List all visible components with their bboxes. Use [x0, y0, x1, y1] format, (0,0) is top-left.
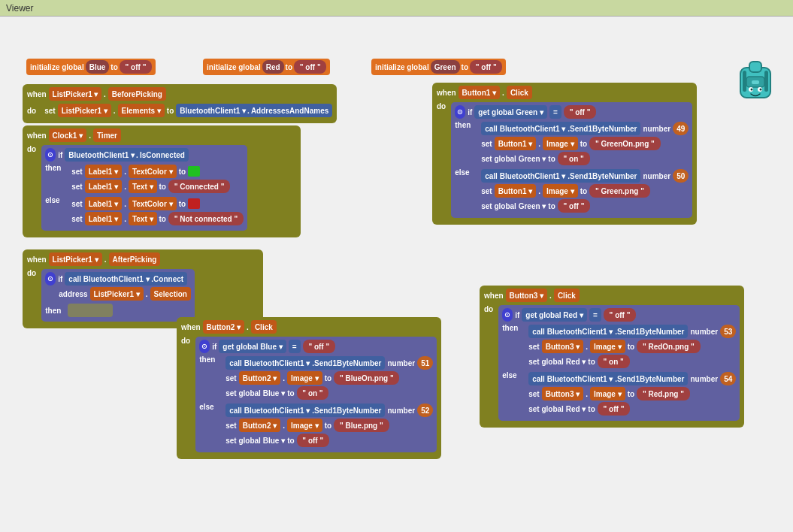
svg-rect-4: [743, 71, 746, 92]
init-red-block: initialize global Red to " off ": [203, 58, 330, 76]
svg-rect-5: [764, 71, 768, 92]
backpack-icon[interactable]: [733, 54, 778, 103]
init-blue-block: initialize global Blue to " off ": [26, 58, 156, 76]
svg-point-9: [760, 89, 762, 91]
title-bar: Viewer: [0, 0, 793, 17]
svg-point-8: [751, 89, 753, 91]
svg-rect-1: [749, 62, 761, 72]
title-label: Viewer: [6, 3, 33, 14]
canvas: initialize global Blue to " off " initia…: [0, 17, 793, 532]
init-green[interactable]: initialize global Green to " off ": [371, 59, 506, 75]
listpicker-beforepicking-block: when ListPicker1 ▾ . BeforePicking do se…: [23, 84, 337, 123]
clock-timer-block: when Clock1 ▾ . Timer do ⊙ if Bluetooth: [23, 125, 301, 237]
button3-click-block: when Button3 ▾ . Click do ⊙ if get globa…: [480, 286, 744, 428]
init-blue[interactable]: initialize global Blue to " off ": [26, 59, 156, 75]
button1-click-block: when Button1 ▾ . Click do ⊙ if get globa…: [432, 83, 697, 225]
button2-click-block: when Button2 ▾ . Click do ⊙ if get globa…: [177, 317, 441, 459]
init-green-block: initialize global Green to " off ": [371, 58, 506, 76]
svg-rect-3: [752, 80, 759, 84]
init-red[interactable]: initialize global Red to " off ": [203, 59, 330, 75]
